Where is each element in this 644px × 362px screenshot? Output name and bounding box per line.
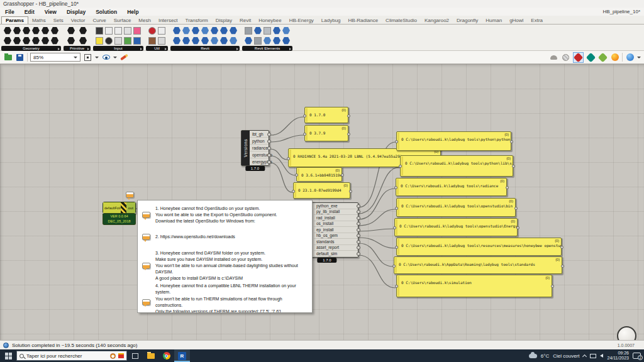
speaker-icon[interactable]: [600, 354, 603, 358]
panel-radiance-path[interactable]: {0} 0 C:\Users\raboudi.k\ladybug_tools\r…: [396, 178, 507, 196]
output-out[interactable]: out: [126, 202, 135, 213]
sketch-icon[interactable]: [114, 27, 122, 35]
tab-params[interactable]: Params: [1, 16, 28, 24]
palette-group-label[interactable]: Util: [146, 46, 168, 51]
revit-param-icon[interactable]: [201, 27, 209, 35]
menu-display[interactable]: Display: [62, 9, 91, 15]
geometry-param-icon[interactable]: [4, 37, 11, 45]
grip-nub[interactable]: [395, 207, 398, 210]
versions-component[interactable]: Versions lbt_gh python radiance openstud…: [241, 130, 269, 166]
revit-param-icon[interactable]: [230, 37, 237, 45]
grip-nub[interactable]: [510, 140, 513, 143]
panel-python-exe-path[interactable]: {0} 0 C:\Users\raboudi.k\ladybug_tools\p…: [396, 131, 511, 151]
render-preview-button[interactable]: [610, 53, 619, 62]
shaded-preview-button-selected[interactable]: [573, 52, 584, 63]
grip-nub[interactable]: [514, 207, 518, 210]
tree-icon[interactable]: [148, 37, 156, 45]
output-radiance[interactable]: radiance: [250, 145, 269, 151]
grip-nub[interactable]: [347, 133, 350, 136]
tab-display[interactable]: Display: [212, 17, 236, 24]
tab-extra[interactable]: Extra: [527, 17, 547, 24]
revit-param-icon[interactable]: [230, 27, 237, 35]
grip-nub[interactable]: [303, 114, 306, 118]
palette-group-label[interactable]: Revit: [170, 46, 240, 51]
taskbar-clock[interactable]: 09:26 24/11/2023: [607, 351, 629, 361]
zoom-level-select[interactable]: 85%: [30, 53, 80, 62]
open-file-button[interactable]: [3, 53, 13, 62]
grip-nub[interactable]: [395, 140, 398, 143]
tab-intersect[interactable]: Intersect: [155, 17, 182, 24]
arrow-icon[interactable]: [158, 37, 165, 45]
revit-element-icon[interactable]: [273, 27, 280, 35]
revit-param-icon[interactable]: [192, 37, 199, 45]
tab-hb-energy[interactable]: HB-Energy: [286, 17, 318, 24]
revit-element-icon[interactable]: [254, 37, 262, 45]
sketch-tool-button[interactable]: [119, 53, 129, 62]
panel-lbt-version[interactable]: {0} 0 1.7.0: [304, 107, 348, 123]
grip-nub[interactable]: [287, 157, 290, 160]
tab-dragonfly[interactable]: Dragonfly: [453, 17, 482, 24]
revit-param-icon[interactable]: [220, 37, 228, 45]
grip-nub[interactable]: [347, 114, 350, 118]
panel-standards-path[interactable]: {0} 0 C:\Users\raboudi.k\AppData\Roaming…: [394, 256, 562, 274]
output-python-exe[interactable]: python_exe: [314, 203, 358, 209]
tab-ladybug[interactable]: Ladybug: [318, 17, 345, 24]
geometry-param-icon[interactable]: [13, 37, 21, 45]
revit-button-active[interactable]: R: [174, 349, 190, 362]
grip-nub[interactable]: [516, 226, 519, 229]
tab-climatestudio[interactable]: ClimateStudio: [382, 17, 421, 24]
geometry-param-icon[interactable]: [42, 37, 49, 45]
grip-nub[interactable]: [349, 190, 352, 193]
grip-nub[interactable]: [392, 265, 396, 268]
notification-center-icon[interactable]: 2: [633, 353, 641, 359]
geometry-param-icon[interactable]: [32, 37, 40, 45]
revit-element-icon[interactable]: [282, 37, 290, 45]
output-lbt-gh[interactable]: lbt_gh: [250, 131, 269, 138]
preview-settings-button[interactable]: [101, 53, 111, 62]
output-hb-os-gem[interactable]: hb_os_gem: [314, 233, 358, 239]
tray-expand-chevron-icon[interactable]: [582, 354, 587, 358]
grip-nub[interactable]: [395, 285, 398, 288]
grip-nub[interactable]: [560, 246, 564, 249]
tab-kangaroo2[interactable]: Kangaroo2: [421, 17, 453, 24]
wig-preview-button[interactable]: [549, 53, 558, 62]
revit-element-icon[interactable]: [264, 27, 271, 35]
tab-surface[interactable]: Surface: [110, 17, 135, 24]
start-button[interactable]: [0, 349, 16, 362]
geometry-param-icon[interactable]: [23, 27, 30, 35]
grip-nub[interactable]: [399, 165, 402, 168]
wireframe-preview-button[interactable]: [561, 53, 570, 62]
tab-curve[interactable]: Curve: [89, 17, 109, 24]
tab-hb-radiance[interactable]: HB-Radiance: [345, 17, 382, 24]
canvas[interactable]: Versions lbt_gh python radiance openstud…: [0, 64, 644, 340]
palette-group-label[interactable]: Input: [93, 46, 143, 51]
output-rad-install[interactable]: rad_install: [314, 215, 358, 221]
revit-element-icon[interactable]: [245, 27, 252, 35]
revit-param-icon[interactable]: [220, 27, 228, 35]
output-os-install[interactable]: os_install: [314, 221, 358, 228]
creeper-icon[interactable]: [124, 37, 131, 45]
tab-human[interactable]: Human: [482, 17, 506, 24]
revit-element-icon[interactable]: [245, 37, 252, 45]
warning-balloon-icon[interactable]: [126, 192, 134, 198]
primitive-param-icon[interactable]: [67, 27, 75, 35]
preview-mode-button[interactable]: [586, 53, 596, 62]
tab-mesh[interactable]: Mesh: [135, 17, 155, 24]
list-icon[interactable]: [114, 37, 122, 45]
menu-edit[interactable]: Edit: [19, 9, 40, 15]
preview-mode-button[interactable]: [598, 53, 608, 62]
output-asset-report[interactable]: asset_report: [314, 245, 358, 251]
output-ep-install[interactable]: ep_install: [314, 227, 358, 233]
output-py-lib-install[interactable]: py_lib_install: [314, 209, 358, 216]
alarm-clock-icon[interactable]: [110, 353, 116, 359]
panel-icon[interactable]: [105, 27, 113, 35]
input-default-folder[interactable]: defaultFolder_: [103, 202, 121, 213]
revit-element-icon[interactable]: [273, 37, 280, 45]
knob-icon[interactable]: [105, 37, 113, 45]
geometry-param-icon[interactable]: [51, 27, 58, 35]
grip-nub[interactable]: [393, 226, 396, 229]
panel-openstudio-bin-path[interactable]: {0} 0 C:\Users\raboudi.k\ladybug_tools\o…: [396, 198, 516, 217]
menu-file[interactable]: File: [0, 9, 19, 15]
panel-openstudio-version[interactable]: {0} 0 3.6.1+bb9481519e: [296, 167, 342, 182]
document-tab[interactable]: HB_pipeline_10*: [602, 9, 644, 14]
